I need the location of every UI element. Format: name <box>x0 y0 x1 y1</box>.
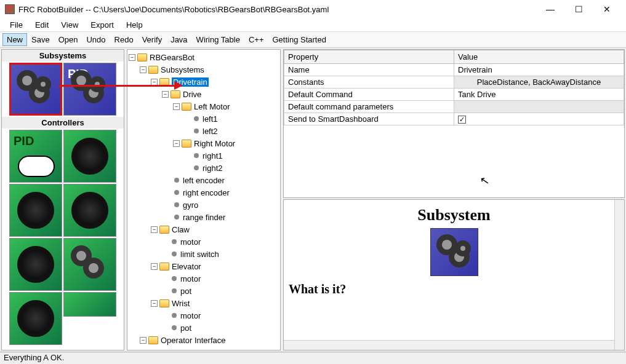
palette-header-subsystems: Subsystems <box>2 50 124 61</box>
palette-item-subsystem[interactable] <box>9 63 62 116</box>
tree-row-claw[interactable]: −Claw <box>129 223 279 235</box>
menu-edit[interactable]: Edit <box>29 19 55 31</box>
menu-file[interactable]: File <box>4 19 29 31</box>
prop-row-constants[interactable]: ConstantsPlaceDistance, BackAwayDistance <box>284 76 624 89</box>
palette-item-motor-3[interactable] <box>63 184 116 237</box>
tree-row-claw-motor[interactable]: motor <box>129 235 279 248</box>
palette-item-gear-1[interactable] <box>63 238 116 291</box>
tree-row-right-motor[interactable]: −Right Motor <box>129 137 279 149</box>
close-button[interactable]: ✕ <box>593 0 621 18</box>
palette-pane: Subsystems PID Controllers PID <box>1 49 124 350</box>
toolbar-undo[interactable]: Undo <box>82 33 110 46</box>
toolbar-java[interactable]: Java <box>166 33 191 46</box>
scrollbar-vertical[interactable] <box>614 200 624 350</box>
tree-row-drive[interactable]: −Drive <box>129 88 279 100</box>
tree-row-wrist-pot[interactable]: pot <box>129 322 279 334</box>
palette-item-partial[interactable] <box>63 292 116 317</box>
subsystem-icon <box>430 228 478 276</box>
menu-export[interactable]: Export <box>84 19 120 31</box>
scrollbar-horizontal[interactable] <box>284 340 614 350</box>
checkbox-icon[interactable]: ✓ <box>458 116 466 124</box>
menu-help[interactable]: Help <box>120 19 149 31</box>
toolbar-wiring-table[interactable]: Wiring Table <box>192 33 244 46</box>
status-text: Everything A OK. <box>4 353 64 362</box>
tree-row-elev-motor[interactable]: motor <box>129 272 279 285</box>
tree-row-left-encoder[interactable]: left encoder <box>129 174 279 186</box>
tree-row-right2[interactable]: right2 <box>129 162 279 174</box>
leaf-icon <box>194 116 199 121</box>
tree-row-left1[interactable]: left1 <box>129 113 279 125</box>
palette-item-wheel-1[interactable] <box>9 238 62 291</box>
palette-item-motor-2[interactable] <box>9 184 62 237</box>
property-pane: Property Value NameDrivetrain ConstantsP… <box>283 49 625 198</box>
tree-row-right1[interactable]: right1 <box>129 149 279 162</box>
window-title: FRC RobotBuilder -- C:\Users\Joe\Documen… <box>18 5 536 14</box>
tree-row-right-encoder[interactable]: right encoder <box>129 186 279 199</box>
tree-row-subsystems[interactable]: −Subsystems <box>129 63 279 76</box>
tree-row-wrist-motor[interactable]: motor <box>129 309 279 322</box>
toolbar-cpp[interactable]: C++ <box>244 33 268 46</box>
toolbar: New Save Open Undo Redo Verify Java Wiri… <box>0 32 626 48</box>
toolbar-save[interactable]: Save <box>27 33 54 46</box>
palette-item-wheel-2[interactable] <box>9 292 62 345</box>
prop-row-default-params[interactable]: Default command parameters <box>284 101 624 113</box>
tree-row-elevator[interactable]: −Elevator <box>129 260 279 272</box>
menubar: File Edit View Export Help <box>0 18 626 32</box>
toolbar-getting-started[interactable]: Getting Started <box>268 33 330 46</box>
folder-icon <box>137 53 147 61</box>
tree-row-left-motor[interactable]: −Left Motor <box>129 100 279 113</box>
toolbar-new[interactable]: New <box>2 33 27 46</box>
prop-row-send-sd[interactable]: Send to SmartDashboard✓ <box>284 113 624 125</box>
annotation-arrow <box>58 85 182 87</box>
palette-item-pid-controller[interactable]: PID <box>9 130 62 183</box>
prop-header-value[interactable]: Value <box>454 50 624 64</box>
minimize-button[interactable]: — <box>536 0 564 18</box>
toolbar-verify[interactable]: Verify <box>138 33 167 46</box>
help-section: What is it? <box>289 282 619 296</box>
maximize-button[interactable]: ☐ <box>564 0 593 18</box>
tree-row-limit-switch[interactable]: limit switch <box>129 248 279 260</box>
prop-header-property[interactable]: Property <box>284 50 454 64</box>
tree-row-wrist[interactable]: −Wrist <box>129 297 279 309</box>
palette-header-controllers: Controllers <box>2 117 124 129</box>
statusbar: Everything A OK. <box>0 352 626 364</box>
tree-row-left2[interactable]: left2 <box>129 125 279 137</box>
tree-row-root[interactable]: −RBGearsBot <box>129 51 279 63</box>
palette-item-motor-1[interactable] <box>63 130 116 183</box>
tree-row-op-interface[interactable]: −Operator Interface <box>129 334 279 346</box>
prop-row-default-command[interactable]: Default CommandTank Drive <box>284 89 624 101</box>
tree-row-gyro[interactable]: gyro <box>129 199 279 211</box>
tree-toggle[interactable]: − <box>129 54 135 61</box>
palette-item-pid-subsystem[interactable]: PID <box>63 63 116 116</box>
toolbar-open[interactable]: Open <box>54 33 82 46</box>
app-icon <box>5 4 15 14</box>
tree-row-elev-pot[interactable]: pot <box>129 285 279 297</box>
help-pane[interactable]: Subsystem What is it? <box>283 199 625 350</box>
tree-row-range-finder[interactable]: range finder <box>129 211 279 223</box>
prop-row-name[interactable]: NameDrivetrain <box>284 64 624 76</box>
help-title: Subsystem <box>289 206 619 224</box>
titlebar: FRC RobotBuilder -- C:\Users\Joe\Documen… <box>0 0 626 18</box>
tree-pane[interactable]: −RBGearsBot −Subsystems −Drivetrain −Dri… <box>127 49 281 350</box>
toolbar-redo[interactable]: Redo <box>110 33 138 46</box>
menu-view[interactable]: View <box>55 19 84 31</box>
